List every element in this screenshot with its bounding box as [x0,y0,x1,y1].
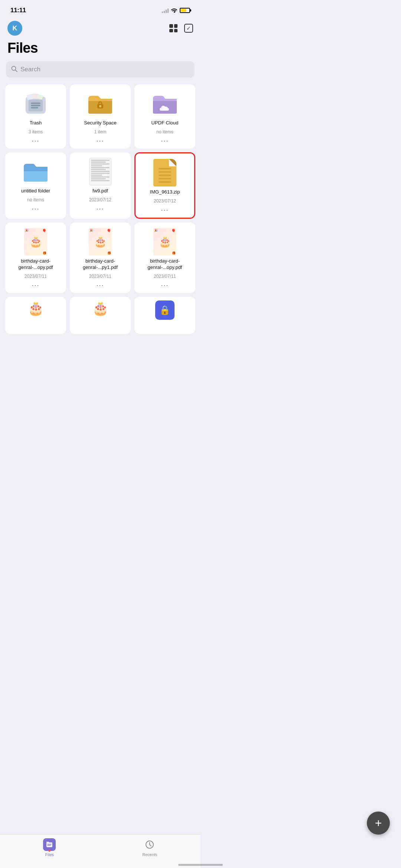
header: K ✓ [0,19,200,37]
more-options[interactable]: ··· [32,137,39,144]
file-card-untitled-folder[interactable]: untitled folder no items ··· [5,152,66,219]
file-name: Trash [30,120,42,126]
more-options[interactable]: ··· [161,282,169,289]
file-card-bday5-partial[interactable]: 🎂 [70,297,131,334]
file-card-bday1[interactable]: 🎂 🎈 🎉 🎁 birthday-card-genral-...opy.pdf … [5,222,66,293]
file-card-bday4-partial[interactable]: 🎂 [5,297,66,334]
svg-rect-5 [31,105,40,106]
more-options[interactable]: ··· [161,137,169,144]
file-meta: no items [156,129,173,134]
svg-rect-6 [31,107,38,108]
more-options[interactable]: ··· [96,137,104,144]
grid-view-icon[interactable] [169,24,177,32]
cloud-folder-icon [151,90,178,117]
file-name: untitled folder [21,188,50,194]
file-card-security-space[interactable]: Security Space 1 item ··· [70,84,131,149]
security-folder-icon [87,90,114,117]
svg-rect-4 [31,103,40,104]
status-icons: ⚡ [162,7,190,14]
more-options[interactable]: ··· [32,282,39,289]
blue-folder-icon [22,158,49,185]
file-meta: 2023/07/12 [154,198,176,204]
file-card-img9613-zip[interactable]: IMG_9613.zip 2023/07/12 ··· [134,152,195,219]
file-card-trash[interactable]: Trash 3 items ··· [5,84,66,149]
avatar[interactable]: K [7,21,22,36]
search-input-placeholder: Search [20,66,40,73]
more-options[interactable]: ··· [96,282,104,289]
status-bar: 11:11 ⚡ [0,0,200,19]
file-meta: 1 item [94,129,107,134]
file-meta: 3 items [29,129,43,134]
file-name: Security Space [84,120,116,126]
file-name: birthday-card-genral-...opy.pdf [138,258,192,271]
file-name: birthday-card-genral-...opy.pdf [9,258,62,271]
wifi-icon [171,7,177,14]
more-options[interactable]: ··· [161,207,169,213]
birthday-pdf-icon: 🎂 🎈 🎉 🎁 [22,228,49,255]
files-grid: Trash 3 items ··· Security Space 1 item … [0,84,200,293]
svg-point-11 [99,105,101,107]
file-name: fw9.pdf [92,188,108,194]
select-icon[interactable]: ✓ [184,24,193,33]
search-bar[interactable]: Search [6,61,195,78]
file-meta: no items [27,197,44,202]
birthday-pdf-icon-2: 🎂 🎈 🎉 🎁 [87,228,114,255]
file-card-bday2[interactable]: 🎂 🎈 🎉 🎁 birthday-card-genral-...py1.pdf … [70,222,131,293]
more-options[interactable]: ··· [96,205,104,212]
file-card-updf-cloud[interactable]: UPDF Cloud no items ··· [134,84,195,149]
status-time: 11:11 [10,7,26,14]
trash-folder-icon [22,90,49,117]
header-actions: ✓ [169,24,193,33]
svg-line-1 [15,70,17,72]
page-title: Files [0,37,200,61]
file-meta: 2023/07/11 [154,274,176,279]
pdf-file-icon [87,158,114,185]
file-name: IMG_9613.zip [150,189,180,195]
birthday-pdf-icon-3: 🎂 🎈 🎉 🎁 [151,228,178,255]
file-meta: 2023/07/11 [25,274,47,279]
file-meta: 2023/07/11 [89,274,111,279]
file-card-fw9-pdf[interactable]: fw9.pdf 2023/07/12 ··· [70,152,131,219]
more-options[interactable]: ··· [32,205,39,212]
battery-icon: ⚡ [180,8,190,13]
search-icon [11,66,17,74]
file-name: UPDF Cloud [151,120,179,126]
zip-file-icon [151,159,178,186]
signal-icon [162,8,169,13]
file-name: birthday-card-genral-...py1.pdf [74,258,127,271]
file-card-security-partial[interactable]: 🔒 [134,297,195,334]
file-meta: 2023/07/12 [89,197,111,202]
file-card-bday3[interactable]: 🎂 🎈 🎉 🎁 birthday-card-genral-...opy.pdf … [134,222,195,293]
